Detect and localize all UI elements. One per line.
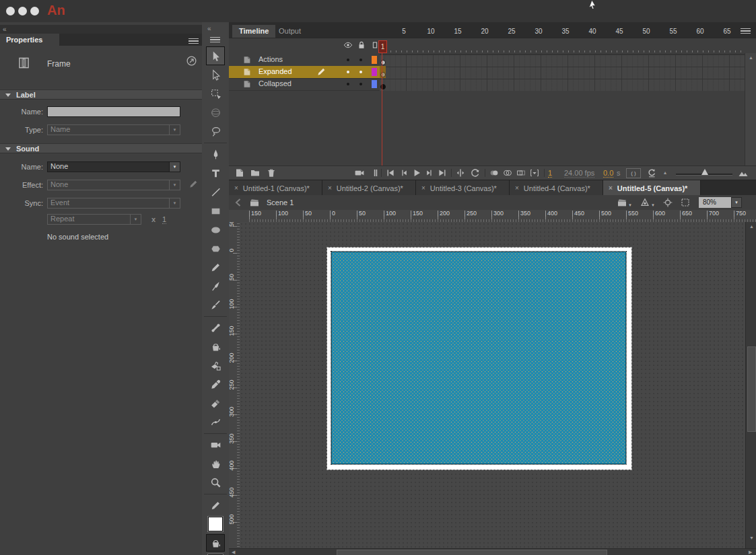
delete-layer-button[interactable] <box>266 168 277 178</box>
scroll-up-icon[interactable]: ▲ <box>749 55 753 60</box>
zoom-tool[interactable] <box>207 473 224 492</box>
loop-playback-button[interactable] <box>470 168 481 178</box>
window-zoom-button[interactable] <box>30 7 39 15</box>
scroll-right-icon[interactable]: ▶ <box>749 550 752 555</box>
edit-symbols-button[interactable] <box>640 197 650 208</box>
play-button[interactable] <box>411 168 422 178</box>
layer-row-expanded[interactable]: Expanded <box>229 66 380 79</box>
pencil-tool[interactable] <box>207 258 224 276</box>
panel-menu-icon[interactable] <box>210 36 220 42</box>
paint-brush-tool[interactable] <box>207 295 224 314</box>
section-sound-header[interactable]: Sound <box>0 143 202 153</box>
stroke-color-icon[interactable] <box>207 496 224 515</box>
dropdown-arrow-icon[interactable]: ▼ <box>169 125 180 135</box>
document-tab[interactable]: × Untitled-4 (Canvas)* <box>510 180 603 196</box>
onion-skin-button[interactable] <box>489 168 500 178</box>
paint-bucket-tool[interactable] <box>207 337 224 356</box>
horizontal-scrollbar-thumb[interactable] <box>337 550 607 555</box>
layer-visibility-dot[interactable] <box>347 71 349 73</box>
go-to-first-frame-button[interactable] <box>385 168 396 178</box>
scroll-up-icon[interactable]: ▲ <box>749 224 754 229</box>
scroll-left-icon[interactable]: ◀ <box>232 550 235 555</box>
reset-timeline-zoom-button[interactable] <box>646 168 657 178</box>
eraser-tool[interactable] <box>207 394 224 412</box>
label-type-dropdown[interactable]: Name ▼ <box>47 124 180 135</box>
width-tool[interactable] <box>207 412 224 431</box>
layer-outline-color-swatch[interactable] <box>372 68 377 76</box>
step-back-button[interactable] <box>399 168 409 178</box>
window-minimize-button[interactable] <box>18 7 27 15</box>
layer-name[interactable]: Expanded <box>259 67 292 75</box>
ink-bottle-tool[interactable] <box>207 356 224 375</box>
zoom-dropdown-arrow[interactable]: ▼ <box>731 197 742 208</box>
layer-visibility-dot[interactable] <box>347 83 349 85</box>
current-frame-value[interactable]: 1 <box>548 169 552 178</box>
onion-skin-outlines-button[interactable] <box>502 168 513 178</box>
frame-ruler[interactable]: 5101520253035404550556065 <box>229 22 756 53</box>
selection-tool[interactable] <box>207 47 224 65</box>
layer-lock-dot[interactable] <box>359 83 362 85</box>
document-tab[interactable]: × Untitled-3 (Canvas)* <box>416 180 510 196</box>
back-button[interactable] <box>233 197 244 208</box>
collapse-panel-icon[interactable]: « <box>3 26 5 33</box>
edit-scene-button[interactable] <box>617 197 627 208</box>
panel-menu-icon[interactable] <box>188 37 199 44</box>
section-label-header[interactable]: Label <box>0 89 202 100</box>
layer-name[interactable]: Collapsed <box>259 79 291 87</box>
layer-lock-dot[interactable] <box>359 71 362 73</box>
scene-name[interactable]: Scene 1 <box>267 195 294 210</box>
sound-effect-dropdown[interactable]: None ▼ <box>47 180 180 190</box>
go-to-last-frame-button[interactable] <box>437 168 448 178</box>
vertical-scrollbar[interactable]: ▲ ▼ <box>745 222 756 548</box>
new-folder-button[interactable] <box>250 168 261 178</box>
show-layer-depth-button[interactable] <box>370 168 381 178</box>
collapse-panel-icon[interactable]: « <box>207 25 210 32</box>
frame-grid[interactable] <box>380 54 745 91</box>
center-stage-button[interactable] <box>662 197 673 208</box>
document-tab-active[interactable]: × Untitled-5 (Canvas)* <box>603 180 701 196</box>
modify-markers-button[interactable] <box>529 168 540 178</box>
rotation-3d-tool[interactable] <box>207 103 224 122</box>
timeline-scrollbar[interactable]: ▲ <box>745 53 756 165</box>
help-link-icon[interactable] <box>186 55 197 67</box>
loop-range-button[interactable]: ( ) <box>626 168 641 178</box>
layer-row-collapsed[interactable]: Collapsed <box>229 78 380 91</box>
stroke-swatch[interactable] <box>208 517 223 531</box>
document-tab[interactable]: × Untitled-2 (Canvas)* <box>322 180 416 196</box>
document-tab[interactable]: × Untitled-1 (Canvas)* <box>229 180 322 196</box>
tab-properties[interactable]: Properties <box>0 34 59 46</box>
zoom-level-select[interactable]: 80% <box>699 197 731 208</box>
layer-row-actions[interactable]: Actions <box>229 54 380 67</box>
elapsed-time-value[interactable]: 0.0 <box>603 169 613 178</box>
scroll-down-icon[interactable]: ▼ <box>749 535 754 540</box>
layer-outline-color-swatch[interactable] <box>372 56 377 64</box>
frame-rate-value[interactable]: 24.00 fps <box>564 169 594 178</box>
lasso-tool[interactable] <box>207 122 224 141</box>
classic-brush-tool[interactable] <box>207 276 224 295</box>
add-camera-button[interactable] <box>354 168 365 178</box>
free-transform-tool[interactable] <box>207 84 224 103</box>
layer-name[interactable]: Actions <box>259 55 283 63</box>
stage[interactable] <box>327 248 631 470</box>
text-tool[interactable] <box>207 163 224 182</box>
layer-visibility-dot[interactable] <box>347 59 349 61</box>
step-forward-button[interactable] <box>424 168 435 178</box>
pen-tool[interactable] <box>207 145 224 163</box>
horizontal-scrollbar[interactable]: ◀ ▶ <box>229 548 756 555</box>
close-tab-icon[interactable]: × <box>421 184 425 192</box>
dropdown-arrow-icon[interactable]: ▼ <box>169 198 180 208</box>
repeat-times-value[interactable]: 1 <box>162 215 166 224</box>
enlarge-frames-icon[interactable] <box>738 168 749 178</box>
label-name-input[interactable] <box>47 106 180 117</box>
layer-lock-dot[interactable] <box>359 59 362 61</box>
center-frame-button[interactable] <box>455 168 466 178</box>
dropdown-arrow-icon[interactable]: ▼ <box>169 180 180 190</box>
sound-repeat-dropdown[interactable]: Repeat ▼ <box>47 214 141 225</box>
edit-multiple-frames-button[interactable] <box>516 168 526 178</box>
sound-name-dropdown[interactable]: None ▼ <box>47 161 180 172</box>
oval-tool[interactable] <box>207 220 224 239</box>
eyedropper-tool[interactable] <box>207 375 224 394</box>
close-tab-icon[interactable]: × <box>234 184 238 192</box>
edit-sound-envelope-icon[interactable] <box>188 179 199 189</box>
camera-tool[interactable] <box>207 435 224 454</box>
